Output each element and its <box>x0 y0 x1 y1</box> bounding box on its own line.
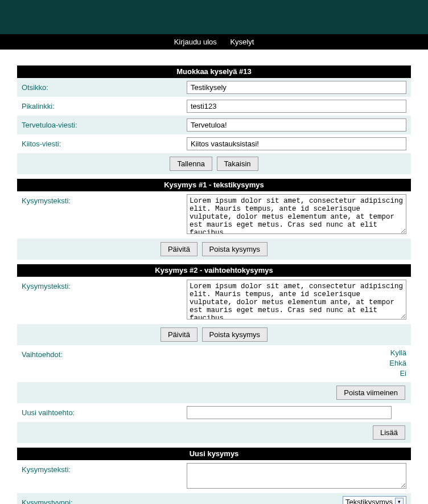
edit-survey-header: Muokkaa kyselyä #13 <box>17 65 411 78</box>
q1-buttons: Päivitä Poista kysymys <box>17 239 411 260</box>
q1-text-input[interactable] <box>187 194 406 234</box>
title-input[interactable] <box>187 81 406 94</box>
question-type-selected: Tekstikysymys <box>345 498 393 504</box>
newq-type-label: Kysymystyyppi: <box>22 496 187 504</box>
welcome-row: Tervetuloa-viesti: <box>17 116 411 134</box>
main-nav: Kirjaudu ulos Kyselyt <box>0 34 428 50</box>
back-button[interactable]: Takaisin <box>217 157 258 171</box>
q1-update-button[interactable]: Päivitä <box>160 242 197 256</box>
thanks-row: Kiitos-viesti: <box>17 134 411 153</box>
title-row: Otsikko: <box>17 78 411 97</box>
nav-surveys-link[interactable]: Kyselyt <box>230 38 254 46</box>
survey-buttons: Tallenna Takaisin <box>17 153 411 174</box>
add-option-button[interactable]: Lisää <box>373 425 405 440</box>
new-question-header: Uusi kysymys <box>17 448 411 460</box>
q1-delete-button[interactable]: Poista kysymys <box>202 242 268 256</box>
q2-options-label: Vaihtoehdot: <box>22 348 187 359</box>
q1-text-label: Kysymysteksti: <box>22 194 187 205</box>
thanks-label: Kiitos-viesti: <box>22 137 187 148</box>
question-type-select[interactable]: Tekstikysymys ▾ Tekstikysymys Radiokysym… <box>343 496 406 504</box>
q2-update-button[interactable]: Päivitä <box>160 327 197 342</box>
welcome-input[interactable] <box>187 118 406 132</box>
q2-delete-button[interactable]: Poista kysymys <box>202 327 268 342</box>
newq-text-input[interactable] <box>187 463 406 489</box>
app-header-bar <box>0 0 428 34</box>
new-option-label: Uusi vaihtoehto: <box>22 406 187 417</box>
nav-logout-link[interactable]: Kirjaudu ulos <box>174 38 217 46</box>
q2-option-item[interactable]: Kyllä <box>187 348 406 358</box>
q2-text-label: Kysymysteksti: <box>22 280 187 290</box>
title-label: Otsikko: <box>22 81 187 92</box>
thanks-input[interactable] <box>187 137 406 150</box>
newq-text-row: Kysymysteksti: <box>17 460 411 493</box>
q2-options-list: Kyllä Ehkä Ei <box>187 348 406 379</box>
q2-text-input[interactable] <box>187 280 406 319</box>
welcome-label: Tervetuloa-viesti: <box>22 118 187 129</box>
q2-remove-last-row: Poista viimeinen <box>17 382 411 403</box>
q2-option-item[interactable]: Ei <box>187 368 406 379</box>
newq-type-row: Kysymystyyppi: Tekstikysymys ▾ Tekstikys… <box>17 493 411 504</box>
slug-row: Pikalinkki: <box>17 97 411 116</box>
chevron-down-icon: ▾ <box>395 498 404 504</box>
q2-options-row: Vaihtoehdot: Kyllä Ehkä Ei <box>17 345 411 382</box>
q2-header: Kysymys #2 - vaihtoehtokysymys <box>17 264 411 277</box>
remove-last-option-button[interactable]: Poista viimeinen <box>336 386 405 400</box>
new-option-row: Uusi vaihtoehto: <box>17 403 411 422</box>
add-option-row: Lisää <box>17 422 411 443</box>
new-option-input[interactable] <box>187 406 392 419</box>
slug-label: Pikalinkki: <box>22 100 187 110</box>
newq-text-label: Kysymysteksti: <box>22 463 187 474</box>
q2-buttons: Päivitä Poista kysymys <box>17 324 411 345</box>
q1-header: Kysymys #1 - tekstikysymys <box>17 179 411 191</box>
q1-text-row: Kysymysteksti: <box>17 191 411 239</box>
q2-option-item[interactable]: Ehkä <box>187 358 406 368</box>
save-button[interactable]: Tallenna <box>170 157 212 171</box>
q2-text-row: Kysymysteksti: <box>17 277 411 324</box>
page-content: Muokkaa kyselyä #13 Otsikko: Pikalinkki:… <box>0 50 428 504</box>
slug-input[interactable] <box>187 100 406 113</box>
